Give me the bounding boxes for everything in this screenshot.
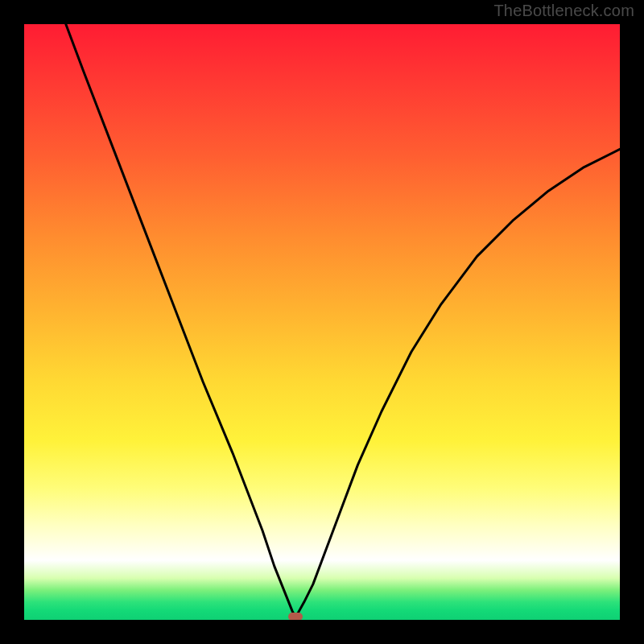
curve-right-branch bbox=[295, 149, 620, 616]
optimal-point-marker bbox=[288, 613, 303, 620]
bottleneck-curve bbox=[24, 24, 620, 620]
chart-frame: TheBottleneck.com bbox=[0, 0, 644, 644]
plot-area bbox=[24, 24, 620, 620]
watermark-text: TheBottleneck.com bbox=[493, 2, 634, 20]
curve-left-branch bbox=[66, 24, 295, 617]
